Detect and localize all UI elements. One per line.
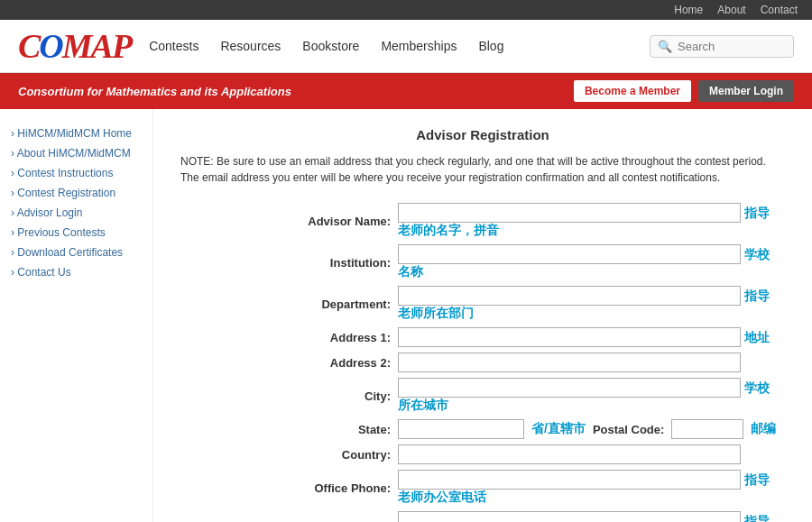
about-link[interactable]: About — [717, 4, 745, 16]
field-label-institution: Institution: — [180, 242, 394, 283]
institution-input[interactable] — [398, 244, 741, 264]
office-phone-input[interactable] — [398, 470, 741, 490]
table-row: Address 1: 地址 — [180, 325, 785, 350]
search-box: 🔍 — [650, 35, 794, 58]
top-bar: Home About Contact — [0, 0, 812, 20]
field-label-cell-phone: Advisor Cell Phone: — [180, 508, 394, 522]
nav-resources[interactable]: Resources — [220, 35, 281, 57]
search-icon: 🔍 — [658, 40, 672, 53]
address2-input[interactable] — [398, 353, 741, 372]
table-row: City: 学校所在城市 — [180, 375, 785, 417]
city-input[interactable] — [398, 378, 741, 398]
field-label-city: City: — [180, 375, 394, 417]
sidebar: HiMCM/MidMCM Home About HiMCM/MidMCM Con… — [0, 109, 153, 522]
sidebar-item-himcm-home[interactable]: HiMCM/MidMCM Home — [0, 124, 152, 143]
red-banner: Consortium for Mathematics and its Appli… — [0, 73, 812, 109]
search-input[interactable] — [678, 40, 786, 53]
field-label-country: Country: — [180, 442, 394, 467]
address1-input[interactable] — [398, 327, 741, 347]
nav-contests[interactable]: Contests — [149, 35, 198, 57]
main-nav: Contests Resources Bookstore Memberships… — [149, 35, 632, 57]
sidebar-item-about-himcm[interactable]: About HiMCM/MidMCM — [0, 143, 152, 163]
logo[interactable]: COMAP — [18, 29, 131, 63]
address1-placeholder-cn: 地址 — [744, 330, 770, 344]
sidebar-item-advisor-login[interactable]: Advisor Login — [0, 203, 152, 223]
department-input[interactable] — [398, 286, 741, 306]
country-input[interactable] — [398, 444, 741, 464]
become-member-button[interactable]: Become a Member — [574, 80, 691, 102]
sidebar-item-contest-instructions[interactable]: Contest Instructions — [0, 163, 152, 183]
advisor-name-input[interactable] — [398, 203, 741, 223]
form-title: Advisor Registration — [180, 127, 785, 142]
postal-input[interactable] — [671, 419, 743, 439]
field-label-office-phone: Office Phone: — [180, 467, 394, 508]
field-label-advisor-name: Advisor Name: — [180, 200, 394, 242]
content-area: Advisor Registration NOTE: Be sure to us… — [153, 109, 812, 522]
state-placeholder-cn: 省/直辖市 — [531, 421, 586, 437]
nav-bookstore[interactable]: Bookstore — [302, 35, 359, 57]
field-label-address2: Address 2: — [180, 350, 394, 375]
table-row: Advisor Cell Phone: 指导老师手机号码 — [180, 508, 785, 522]
registration-form: Advisor Name: 指导老师的名字，拼音 Institution: 学校… — [180, 200, 785, 522]
header: COMAP Contests Resources Bookstore Membe… — [0, 20, 812, 73]
table-row: Address 2: — [180, 350, 785, 375]
table-row: Advisor Name: 指导老师的名字，拼音 — [180, 200, 785, 242]
postal-code-label: Postal Code: — [593, 423, 664, 436]
field-label-state: State: — [180, 417, 394, 442]
sidebar-item-contact-us[interactable]: Contact Us — [0, 262, 152, 282]
member-login-button[interactable]: Member Login — [698, 80, 794, 102]
sidebar-item-contest-registration[interactable]: Contest Registration — [0, 183, 152, 203]
table-row: State: 省/直辖市 Postal Code: 邮编 — [180, 417, 785, 442]
main-content: HiMCM/MidMCM Home About HiMCM/MidMCM Con… — [0, 109, 812, 522]
state-input[interactable] — [398, 419, 524, 439]
banner-buttons: Become a Member Member Login — [574, 80, 794, 102]
nav-blog[interactable]: Blog — [478, 35, 503, 57]
table-row: Country: — [180, 442, 785, 467]
table-row: Department: 指导老师所在部门 — [180, 283, 785, 325]
field-label-department: Department: — [180, 283, 394, 325]
home-link[interactable]: Home — [674, 4, 703, 16]
tagline: Consortium for Mathematics and its Appli… — [18, 85, 291, 98]
sidebar-item-previous-contests[interactable]: Previous Contests — [0, 223, 152, 243]
form-note: NOTE: Be sure to use an email address th… — [180, 153, 785, 186]
table-row: Office Phone: 指导老师办公室电话 — [180, 467, 785, 508]
table-row: Institution: 学校名称 — [180, 242, 785, 283]
cell-phone-input[interactable] — [398, 511, 741, 522]
state-postal-group: 省/直辖市 Postal Code: 邮编 — [398, 419, 781, 439]
postal-placeholder-cn: 邮编 — [751, 421, 776, 437]
nav-memberships[interactable]: Memberships — [381, 35, 457, 57]
field-label-address1: Address 1: — [180, 325, 394, 350]
sidebar-item-download-certificates[interactable]: Download Certificates — [0, 243, 152, 262]
field-cell-advisor-name: 指导老师的名字，拼音 — [394, 200, 785, 242]
contact-link[interactable]: Contact — [761, 4, 798, 16]
